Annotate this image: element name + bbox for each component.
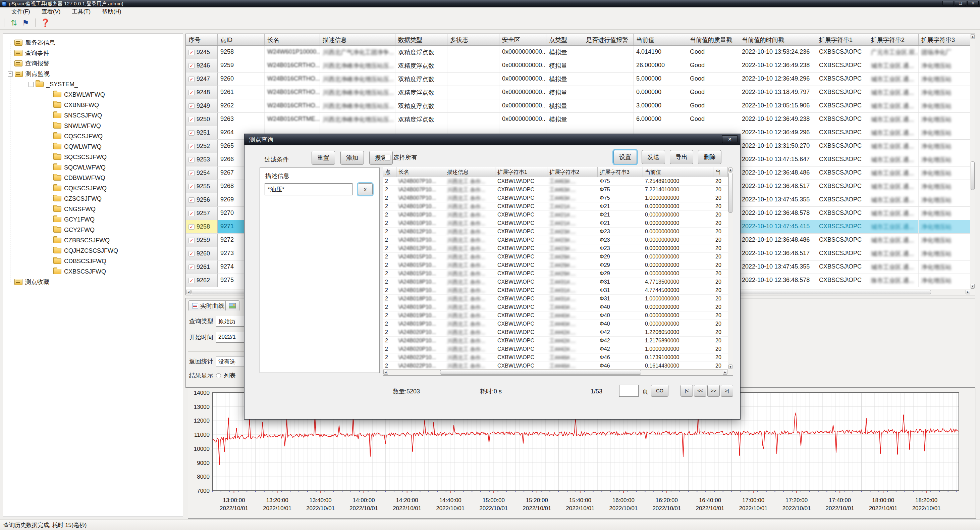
scroll-down-icon[interactable]: ▼ xyxy=(970,284,975,289)
table-row[interactable]: ✓92459258W24W601P10000...川西北广气净化工团净争...双… xyxy=(186,46,975,59)
list-item[interactable]: 2\A24B010P10...川西北工 条作...CXBWLW\OPC工##21… xyxy=(383,211,733,219)
checkbox-icon[interactable]: ✓ xyxy=(188,104,194,109)
checkbox-icon[interactable]: ✓ xyxy=(188,224,194,230)
scroll-left-icon[interactable]: ◄ xyxy=(186,290,191,294)
checkbox-icon[interactable]: ✓ xyxy=(188,117,194,122)
column-header-14[interactable]: 扩展字符串3 xyxy=(919,34,970,45)
page-nav-button[interactable]: |< xyxy=(681,385,693,397)
table-row[interactable]: ✓92509263W24B016CRTME...川西北净峰净化增压站压...双精… xyxy=(186,113,975,126)
menu-item-查[interactable]: 查看(V) xyxy=(37,7,65,16)
tree-item-CQSCSJFWQ[interactable]: CQSCSJFWQ xyxy=(53,132,103,141)
checkbox-icon[interactable]: ✓ xyxy=(188,144,194,149)
删除-button[interactable]: 删除 xyxy=(698,150,721,164)
tree-item-测点监视[interactable]: −测点监视 xyxy=(8,69,49,78)
list-item[interactable]: 2\A24B012P10...川西北工 条作...CXBWLW\OPC工##23… xyxy=(383,228,733,236)
menu-item-文[interactable]: 文件(F) xyxy=(7,7,35,16)
list-item[interactable]: 2\A24B018P10...川西北工 条作...CXBWLW\OPC工##31… xyxy=(383,295,733,303)
list-column-header-7[interactable]: 当 xyxy=(713,167,728,177)
checkbox-icon[interactable]: ✓ xyxy=(188,265,194,270)
scroll-thumb[interactable] xyxy=(440,370,641,375)
column-header-13[interactable]: 扩展字符串2 xyxy=(868,34,919,45)
list-vertical-scrollbar[interactable]: ▲ ▼ xyxy=(728,167,733,375)
select-all-checkbox[interactable] xyxy=(385,155,390,160)
minimize-button[interactable]: — xyxy=(942,1,954,6)
dialog-titlebar[interactable]: 测点查询 ✕ xyxy=(245,134,740,145)
scroll-right-icon[interactable]: ► xyxy=(966,290,970,294)
scroll-left-icon[interactable]: ◄ xyxy=(383,370,388,375)
column-header-7[interactable]: 点类型 xyxy=(546,34,583,45)
list-item[interactable]: 2\A24B020P10...川西北工 条作...CXBWLW\OPC工##42… xyxy=(383,328,733,337)
导出-button[interactable]: 导出 xyxy=(670,150,693,164)
list-column-header-3[interactable]: 扩展字符串1 xyxy=(495,167,547,177)
column-header-6[interactable]: 安全区 xyxy=(500,34,546,45)
list-item[interactable]: 2\A24B007P10...川西北工 条作...CXBWLW\OPC工##63… xyxy=(383,194,733,203)
description-filter-input[interactable] xyxy=(265,183,353,195)
dialog-close-button[interactable]: ✕ xyxy=(722,135,738,143)
tab-realtime-curve[interactable]: 实时曲线 xyxy=(188,300,228,310)
column-header-8[interactable]: 是否进行值报警 xyxy=(583,34,633,45)
checkbox-icon[interactable]: ✓ xyxy=(188,130,194,136)
checkbox-icon[interactable]: ✓ xyxy=(188,77,194,82)
column-header-0[interactable]: 序号 xyxy=(186,34,218,45)
menu-item-工[interactable]: 工具(T) xyxy=(67,7,95,16)
page-number-input[interactable] xyxy=(619,385,639,397)
tree-item-SNWLWFWQ[interactable]: SNWLWFWQ xyxy=(53,121,101,131)
checkbox-icon[interactable]: ✓ xyxy=(188,278,194,283)
column-header-4[interactable]: 数据类型 xyxy=(395,34,447,45)
list-item[interactable]: 2\A24B015P10...川西北工 条作...CXBWLW\OPC工##29… xyxy=(383,270,733,278)
list-item[interactable]: 2\A24B012P10...川西北工 条作...CXBWLW\OPC工##23… xyxy=(383,244,733,253)
checkbox-icon[interactable]: ✓ xyxy=(188,63,194,69)
tree-item-服务器信息[interactable]: 服务器信息 xyxy=(14,38,55,47)
tree-item-CXBWLWFWQ[interactable]: CXBWLWFWQ xyxy=(53,90,105,99)
go-button[interactable]: GO xyxy=(651,385,668,397)
tree-item-查询报警[interactable]: 查询报警 xyxy=(14,59,49,68)
column-header-11[interactable]: 当前值的时间戳 xyxy=(739,34,816,45)
table-vertical-scrollbar[interactable]: ▲ ▼ xyxy=(970,34,975,295)
page-nav-button[interactable]: >| xyxy=(721,385,733,397)
checkbox-icon[interactable]: ✓ xyxy=(188,197,194,203)
close-button[interactable]: ✕ xyxy=(967,1,978,6)
tree-item-CZBBSCSJFWQ[interactable]: CZBBSCSJFWQ xyxy=(53,236,110,245)
tree-item-CQJHZCSCSJFWQ[interactable]: CQJHZCSCSJFWQ xyxy=(53,246,118,255)
设置-button[interactable]: 设置 xyxy=(613,150,637,164)
list-item[interactable]: 2\A24B019P10...川西北工 条作...CXBWLW\OPC工##40… xyxy=(383,311,733,320)
list-column-header-1[interactable]: 长名 xyxy=(396,167,445,177)
scroll-up-icon[interactable]: ▲ xyxy=(729,168,732,172)
checkbox-icon[interactable]: ✓ xyxy=(188,184,194,189)
list-column-header-6[interactable]: 当前值 xyxy=(643,167,713,177)
list-item[interactable]: 2\A24B010P10...川西北工 条作...CXBWLW\OPC工##21… xyxy=(383,219,733,228)
list-item[interactable]: 2\A24B020P10...川西北工 条作...CXBWLW\OPC工##42… xyxy=(383,345,733,353)
tree-item-CXBSCSJFWQ[interactable]: CXBSCSJFWQ xyxy=(53,267,106,276)
tree-item-CDBSCSJFWQ[interactable]: CDBSCSJFWQ xyxy=(53,257,106,266)
发送-button[interactable]: 发送 xyxy=(641,150,665,164)
tree-item-CDBWLWFWQ[interactable]: CDBWLWFWQ xyxy=(53,173,105,183)
tree-item-SQCSCSJFWQ[interactable]: SQCSCSJFWQ xyxy=(53,152,107,162)
table-row[interactable]: ✓92479260W24B016CRTHO...川西北净峰净化增压站压...双精… xyxy=(186,72,975,86)
page-nav-button[interactable]: << xyxy=(694,385,706,397)
monitor-icon[interactable]: ⚑ xyxy=(20,18,31,28)
list-item[interactable]: 2\A24B012P10...川西北工 条作...CXBWLW\OPC工##23… xyxy=(383,236,733,244)
sync-icon[interactable]: ⇅ xyxy=(8,18,20,28)
list-item[interactable]: 2\A24B019P10...川西北工 条作...CXBWLW\OPC工##40… xyxy=(383,320,733,328)
column-header-1[interactable]: 点ID xyxy=(218,34,265,45)
list-item[interactable]: 2\A24B015P10...川西北工 条作...CXBWLW\OPC工##29… xyxy=(383,261,733,270)
table-row[interactable]: ✓92469259W24B016CRTHO...川西北净峰净化增压站压...双精… xyxy=(186,59,975,72)
tree-item-CQKSCSJFWQ[interactable]: CQKSCSJFWQ xyxy=(53,184,107,193)
list-item[interactable]: 2\A24B019P10...川西北工 条作...CXBWLW\OPC工##40… xyxy=(383,303,733,311)
tree-item-SQCWLWFWQ[interactable]: SQCWLWFWQ xyxy=(53,163,106,172)
column-header-3[interactable]: 描述信息 xyxy=(320,34,395,45)
checkbox-icon[interactable]: ✓ xyxy=(188,90,194,95)
list-item[interactable]: 2\A24B022P10...川西北工 条作...CXBWLW\OPC工##46… xyxy=(383,353,733,362)
tree-item-CNGSFWQ[interactable]: CNGSFWQ xyxy=(53,204,95,214)
checkbox-icon[interactable]: ✓ xyxy=(188,211,194,216)
list-item[interactable]: 2\A24B010P10...川西北工 条作...CXBWLW\OPC工##21… xyxy=(383,203,733,211)
list-item[interactable]: 2\A24B020P10...川西北工 条作...CXBWLW\OPC工##42… xyxy=(383,337,733,345)
list-item[interactable]: 2\A24B018P10...川西北工 条作...CXBWLW\OPC工##31… xyxy=(383,278,733,286)
list-column-header-2[interactable]: 描述信息 xyxy=(445,167,495,177)
maximize-button[interactable]: ❐ xyxy=(955,1,966,6)
scroll-down-icon[interactable]: ▼ xyxy=(729,364,732,369)
help-icon[interactable]: ❓ xyxy=(40,18,51,28)
list-column-header-4[interactable]: 扩展字符串2 xyxy=(547,167,598,177)
clear-filter-button[interactable]: x xyxy=(358,183,372,195)
list-item[interactable]: 2\A24B007P10...川西北工 条作...CXBWLW\OPC工##63… xyxy=(383,177,733,186)
